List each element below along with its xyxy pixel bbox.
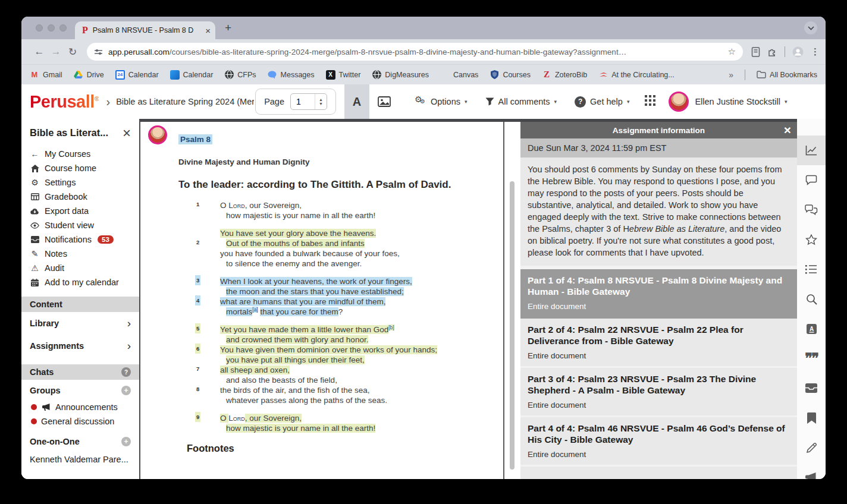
sidebar-item-course-home[interactable]: Course home — [21, 161, 139, 175]
new-tab-button[interactable]: + — [225, 21, 231, 34]
stepper-down-icon[interactable]: ▼ — [319, 102, 323, 106]
page-stepper[interactable]: ▲▼ — [315, 94, 327, 109]
sidebar-item-my-courses[interactable]: ←My Courses — [21, 147, 139, 161]
starred-button[interactable] — [797, 225, 826, 254]
verse-line[interactable]: mortals[a] that you care for them? — [140, 307, 503, 317]
perusall-logo[interactable]: Perusall® — [30, 92, 99, 112]
minimize-window-button[interactable] — [48, 24, 55, 32]
bookmark-messages[interactable]: Messages — [268, 70, 315, 80]
reload-button[interactable]: ↻ — [64, 46, 81, 58]
assignment-part[interactable]: Part 4 of 4: Psalm 46 NRSVUE - Psalm 46 … — [520, 417, 797, 467]
app-grid-button[interactable] — [645, 95, 655, 108]
page-number-input[interactable]: ▲▼ — [290, 93, 327, 110]
verse-line[interactable]: 4what are humans that you are mindful of… — [140, 297, 503, 307]
annotate-button[interactable] — [797, 433, 826, 462]
sidebar-item-export-data[interactable]: Export data — [21, 204, 139, 218]
panel-close-icon[interactable]: × — [784, 122, 791, 138]
tab-search-button[interactable] — [804, 21, 817, 34]
verse-line[interactable]: 8the birds of the air, and the fish of t… — [140, 385, 503, 395]
comments-filter-menu[interactable]: All comments▾ — [485, 97, 557, 106]
document-scrollbar[interactable] — [504, 122, 520, 479]
verse-line[interactable]: 7all sheep and oxen, — [140, 365, 503, 375]
sidebar-item-audit[interactable]: ⚠Audit — [21, 261, 139, 275]
profile-icon[interactable] — [792, 46, 804, 58]
user-avatar[interactable] — [669, 92, 689, 112]
bookmark-drive[interactable]: Drive — [74, 70, 104, 80]
sidebar-item-student-view[interactable]: Student view — [21, 218, 139, 232]
bookmarks-overflow-icon[interactable]: » — [729, 70, 733, 80]
page-number-field[interactable] — [291, 97, 315, 106]
chat-announcements[interactable]: Announcements — [21, 400, 139, 414]
outline-button[interactable] — [797, 254, 826, 284]
zoom-window-button[interactable] — [59, 24, 67, 32]
bookmark-zoterobib[interactable]: ZZoteroBib — [542, 70, 587, 80]
verse-line[interactable]: 9O Lord, our Sovereign, — [140, 413, 503, 423]
verse-line[interactable]: you have founded a bulwark because of yo… — [140, 248, 503, 259]
verse-line[interactable]: 6You have given them dominion over the w… — [140, 345, 503, 355]
bookmark-courses[interactable]: Courses — [490, 70, 531, 80]
document-page[interactable]: Psalm 8 Divine Majesty and Human Dignity… — [140, 122, 504, 479]
verse-line[interactable]: 5Yet you have made them a little lower t… — [140, 325, 503, 335]
sidebar-item-notifications[interactable]: Notifications53 — [21, 232, 139, 247]
bookmark-star-icon[interactable]: ☆ — [728, 46, 736, 57]
analytics-button[interactable] — [797, 136, 826, 165]
bookmark-canvas[interactable]: Canvas — [440, 70, 478, 80]
bookmarks-button[interactable] — [797, 403, 826, 433]
verse-line[interactable]: how majestic is your name in all the ear… — [140, 210, 503, 220]
tab-close-icon[interactable]: × — [205, 26, 211, 36]
verse-line[interactable]: 2Out of the mouths of babes and infants — [140, 238, 503, 248]
text-annotation-tool-button[interactable]: A — [344, 84, 369, 119]
quotes-button[interactable]: ❞❞ — [797, 344, 826, 373]
stepper-up-icon[interactable]: ▲ — [319, 97, 323, 102]
chat-general-discussion[interactable]: General discussion — [21, 414, 139, 429]
verse-line[interactable]: how majestic is your name in all the ear… — [140, 423, 503, 433]
bookmark-twitter[interactable]: XTwitter — [326, 70, 361, 80]
sidebar-item-gradebook[interactable]: Gradebook — [21, 190, 139, 204]
browser-tab[interactable]: P Psalm 8 NRSVUE - Psalm 8 D × — [75, 21, 215, 39]
reading-list-icon[interactable] — [751, 47, 760, 57]
document-title[interactable]: Psalm 8 — [178, 134, 212, 144]
dictionary-button[interactable]: A — [797, 314, 826, 344]
assignment-part[interactable]: Part 2 of 4: Psalm 22 NRSVUE - Psalm 22 … — [520, 319, 797, 368]
all-bookmarks-button[interactable]: All Bookmarks — [757, 70, 817, 80]
one-on-one-person[interactable]: Kenneth Valdemar Pare... — [21, 451, 139, 468]
sidebar-item-settings[interactable]: ⚙Settings — [21, 175, 139, 190]
search-button[interactable] — [797, 284, 826, 314]
close-window-button[interactable] — [36, 24, 43, 32]
get-help-menu[interactable]: ? Get help▾ — [575, 96, 629, 108]
extensions-icon[interactable] — [767, 47, 777, 57]
chats-help-icon[interactable]: ? — [121, 367, 131, 377]
bookmark-cfps[interactable]: CFPs — [224, 70, 256, 80]
forward-button[interactable]: → — [48, 46, 64, 58]
bookmark-gmail[interactable]: MGmail — [30, 70, 62, 80]
add-group-icon[interactable]: + — [121, 386, 131, 395]
breadcrumb[interactable]: Bible as Literature Spring 2024 (Merge — [116, 97, 254, 106]
scrollbar-thumb[interactable] — [510, 181, 515, 470]
announcements-button[interactable] — [797, 462, 826, 479]
my-comments-button[interactable] — [797, 165, 826, 195]
options-menu[interactable]: ⚙⚙ Options▾ — [415, 96, 468, 107]
url-bar[interactable]: app.perusall.com/courses/bible-as-litera… — [87, 43, 743, 61]
verse-line[interactable]: whatever passes along the paths of the s… — [140, 395, 503, 405]
assignment-part[interactable]: Part 1 of 4: Psalm 8 NRSVUE - Psalm 8 Di… — [520, 269, 797, 319]
sidebar-item-library[interactable]: Library› — [21, 312, 139, 335]
site-settings-icon[interactable] — [94, 48, 103, 56]
bookmark-google-calendar[interactable]: 24Calendar — [115, 70, 159, 80]
bookmark-digmeasures[interactable]: DigMeasures — [372, 70, 429, 80]
sidebar-item-notes[interactable]: ✎Notes — [21, 247, 139, 261]
bookmark-at-the-circulating[interactable]: At the Circulating... — [598, 70, 675, 80]
inbox-button[interactable] — [797, 373, 826, 403]
sidebar-close-icon[interactable]: × — [123, 128, 131, 138]
bookmark-calendar[interactable]: Calendar — [170, 70, 214, 80]
verse-line[interactable]: 3When I look at your heavens, the work o… — [140, 276, 503, 286]
window-controls[interactable] — [36, 24, 67, 32]
chrome-menu-icon[interactable]: ⋮ — [811, 46, 820, 57]
add-one-on-one-icon[interactable]: + — [121, 437, 131, 446]
assignment-part[interactable]: Part 3 of 4: Psalm 23 NRSVUE - Psalm 23 … — [520, 368, 797, 417]
all-conversations-button[interactable] — [797, 195, 826, 225]
verse-line[interactable]: 1O Lord, our Sovereign, — [140, 200, 503, 210]
verse-line[interactable]: to silence the enemy and the avenger. — [140, 259, 503, 269]
back-button[interactable]: ← — [31, 46, 48, 58]
user-menu[interactable]: Ellen Justine Stockstill▾ — [695, 97, 787, 106]
sidebar-item-add-to-calendar[interactable]: Add to my calendar — [21, 275, 139, 289]
